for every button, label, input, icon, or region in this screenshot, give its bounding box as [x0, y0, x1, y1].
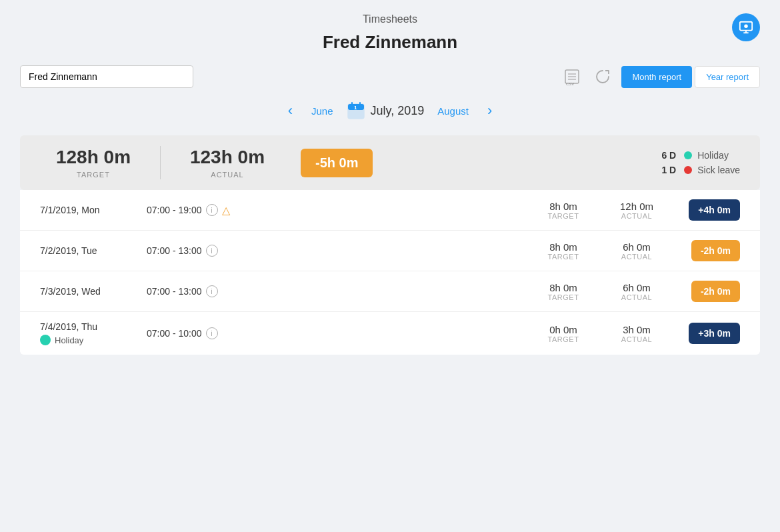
summary-diff-badge: -5h 0m	[301, 149, 373, 177]
actual-label: ACTUAL	[600, 212, 673, 220]
target-value: 8h 0m	[527, 282, 600, 293]
actual-label: ACTUAL	[600, 293, 673, 301]
time-range-text: 07:00 - 13:00	[147, 286, 202, 297]
row-target: 8h 0m TARGET	[527, 241, 600, 261]
svg-text:CSV: CSV	[566, 82, 574, 86]
report-buttons: Month report Year report	[621, 66, 760, 88]
row-date-wrap: 7/2/2019, Tue	[40, 245, 147, 256]
summary-legend: 6 D Holiday 1 D Sick leave	[661, 150, 740, 175]
user-search-input[interactable]	[20, 65, 193, 88]
time-range-text: 07:00 - 10:00	[147, 328, 202, 339]
row-time-range: 07:00 - 19:00 i △	[147, 204, 527, 217]
target-label: TARGET	[527, 253, 600, 261]
next-month-link[interactable]: August	[437, 105, 469, 117]
row-diff: -2h 0m	[673, 240, 740, 261]
prev-month-link[interactable]: June	[311, 105, 333, 117]
target-value: 0h 0m	[527, 324, 600, 335]
row-date: 7/1/2019, Mon	[40, 205, 147, 215]
row-time-range: 07:00 - 13:00 i	[147, 285, 527, 297]
diff-badge: +4h 0m	[689, 199, 740, 221]
svg-text:1: 1	[354, 105, 357, 111]
app-icon-button[interactable]	[732, 13, 760, 41]
row-date-wrap: 7/1/2019, Mon	[40, 205, 147, 215]
holiday-dot	[684, 151, 692, 159]
target-value: 8h 0m	[527, 241, 600, 253]
row-actual: 6h 0m ACTUAL	[600, 282, 673, 301]
sick-count: 1 D	[661, 165, 676, 175]
month-report-button[interactable]: Month report	[621, 66, 692, 88]
warning-icon: △	[222, 204, 230, 217]
csv-icon: CSV	[563, 67, 581, 86]
holiday-tag: Holiday	[40, 335, 147, 345]
row-target: 8h 0m TARGET	[527, 201, 600, 220]
diff-badge: -2h 0m	[691, 240, 740, 261]
target-label: TARGET	[527, 212, 600, 220]
target-label: TARGET	[77, 171, 110, 179]
actual-value: 12h 0m	[600, 201, 673, 212]
info-icon[interactable]: i	[206, 285, 218, 297]
info-icon[interactable]: i	[206, 204, 218, 216]
row-date-wrap: 7/4/2019, Thu Holiday	[40, 321, 147, 345]
user-name-heading: Fred Zinnemann	[20, 32, 760, 53]
holiday-tag-label: Holiday	[55, 335, 83, 345]
info-icon[interactable]: i	[206, 327, 218, 339]
summary-target: 128h 0m TARGET	[40, 147, 147, 179]
table-row: 7/1/2019, Mon 07:00 - 19:00 i △ 8h 0m TA…	[20, 190, 760, 231]
year-report-button[interactable]: Year report	[695, 66, 760, 88]
sick-legend-label: Sick leave	[697, 165, 740, 175]
row-date: 7/3/2019, Wed	[40, 286, 147, 297]
actual-value: 6h 0m	[600, 241, 673, 253]
target-value: 128h 0m	[56, 147, 131, 168]
row-actual: 3h 0m ACTUAL	[600, 324, 673, 343]
row-date-wrap: 7/3/2019, Wed	[40, 286, 147, 297]
actual-value: 123h 0m	[190, 147, 265, 168]
timesheet-table: 7/1/2019, Mon 07:00 - 19:00 i △ 8h 0m TA…	[20, 190, 760, 355]
calendar-icon: 1	[347, 101, 365, 120]
actual-label: ACTUAL	[600, 335, 673, 343]
time-range-text: 07:00 - 19:00	[147, 205, 202, 215]
summary-actual: 123h 0m ACTUAL	[174, 147, 281, 179]
holiday-indicator-dot	[40, 335, 51, 345]
actual-value: 6h 0m	[600, 282, 673, 293]
time-range-text: 07:00 - 13:00	[147, 245, 202, 256]
holiday-legend-label: Holiday	[697, 150, 729, 161]
summary-divider-1	[160, 146, 161, 179]
row-diff: -2h 0m	[673, 281, 740, 302]
table-row: 7/4/2019, Thu Holiday 07:00 - 10:00 i 0h…	[20, 312, 760, 355]
csv-export-button[interactable]: CSV	[560, 65, 584, 89]
row-actual: 6h 0m ACTUAL	[600, 241, 673, 261]
row-target: 0h 0m TARGET	[527, 324, 600, 343]
actual-label: ACTUAL	[211, 171, 243, 179]
report-controls: CSV Month report Year report	[560, 65, 760, 89]
current-month-display: 1 July, 2019	[347, 101, 425, 120]
refresh-icon	[595, 69, 610, 84]
table-row: 7/2/2019, Tue 07:00 - 13:00 i 8h 0m TARG…	[20, 231, 760, 271]
holiday-legend-item: 6 D Holiday	[661, 150, 740, 161]
next-month-arrow[interactable]: ›	[482, 99, 497, 122]
prev-month-arrow[interactable]: ‹	[283, 99, 298, 122]
row-actual: 12h 0m ACTUAL	[600, 201, 673, 220]
row-date: 7/2/2019, Tue	[40, 245, 147, 256]
sick-legend-item: 1 D Sick leave	[661, 165, 740, 175]
diff-badge: +3h 0m	[689, 323, 740, 344]
target-label: TARGET	[527, 335, 600, 343]
actual-label: ACTUAL	[600, 253, 673, 261]
svg-point-3	[744, 24, 748, 28]
row-date: 7/4/2019, Thu	[40, 321, 147, 332]
app-title: Timesheets	[363, 13, 417, 25]
table-row: 7/3/2019, Wed 07:00 - 13:00 i 8h 0m TARG…	[20, 271, 760, 312]
monitor-icon	[739, 20, 753, 35]
row-time-range: 07:00 - 13:00 i	[147, 245, 527, 257]
actual-value: 3h 0m	[600, 324, 673, 335]
info-icon[interactable]: i	[206, 245, 218, 257]
refresh-button[interactable]	[591, 65, 615, 89]
row-target: 8h 0m TARGET	[527, 282, 600, 301]
row-diff: +4h 0m	[673, 199, 740, 221]
holiday-count: 6 D	[661, 150, 676, 161]
summary-row: 128h 0m TARGET 123h 0m ACTUAL -5h 0m 6 D…	[20, 135, 760, 190]
row-diff: +3h 0m	[673, 323, 740, 344]
current-month-label: July, 2019	[371, 104, 425, 118]
sick-dot	[684, 166, 692, 174]
diff-badge: -2h 0m	[691, 281, 740, 302]
row-time-range: 07:00 - 10:00 i	[147, 327, 527, 339]
